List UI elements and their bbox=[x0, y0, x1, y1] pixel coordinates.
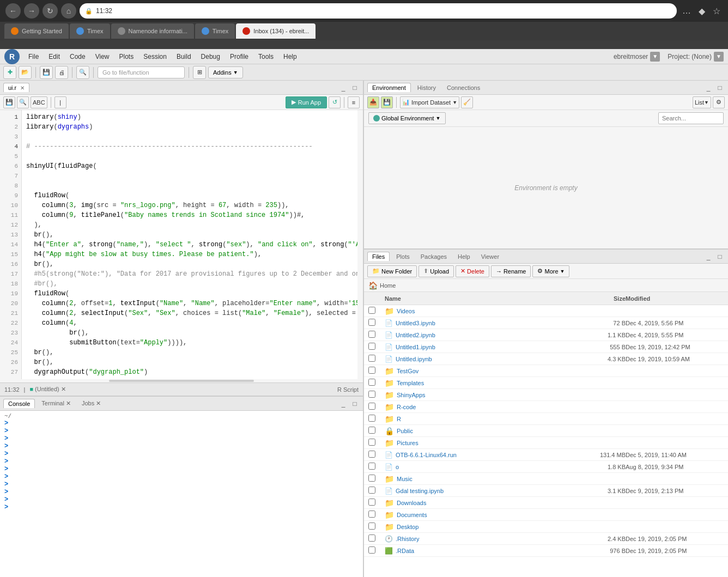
row-checkbox[interactable] bbox=[368, 511, 385, 519]
row-checkbox[interactable] bbox=[368, 487, 385, 495]
find-btn[interactable]: 🔍 bbox=[76, 66, 89, 79]
maximize-editor-btn[interactable]: □ bbox=[350, 83, 360, 93]
row-checkbox[interactable] bbox=[368, 499, 385, 507]
row-checkbox[interactable] bbox=[368, 546, 385, 555]
file-name-link[interactable]: Templates bbox=[397, 380, 424, 386]
row-checkbox[interactable] bbox=[368, 463, 385, 471]
env-tab-history[interactable]: History bbox=[413, 83, 440, 92]
file-name-link[interactable]: Untitled1.ipynb bbox=[396, 344, 435, 350]
files-tab-help[interactable]: Help bbox=[453, 252, 475, 261]
file-name-link[interactable]: R bbox=[397, 416, 401, 422]
save-source-btn[interactable]: 💾 bbox=[3, 96, 15, 108]
save-workspace-btn[interactable]: 💾 bbox=[381, 96, 393, 108]
console-tab-terminal[interactable]: Terminal ✕ bbox=[37, 399, 75, 408]
bookmark-button[interactable]: ☆ bbox=[711, 4, 723, 19]
maximize-console-btn[interactable]: □ bbox=[350, 399, 360, 409]
modified-col-header[interactable]: Modified bbox=[626, 295, 724, 302]
file-name-link[interactable]: Downloads bbox=[397, 500, 426, 506]
search-btn[interactable]: 🔍 bbox=[17, 96, 29, 108]
row-checkbox[interactable] bbox=[368, 367, 385, 375]
row-checkbox[interactable] bbox=[368, 439, 385, 447]
save-btn[interactable]: 💾 bbox=[40, 66, 53, 79]
env-tab-environment[interactable]: Environment bbox=[367, 83, 411, 92]
new-folder-btn[interactable]: 📁 New Folder bbox=[367, 265, 417, 277]
editor-tab-close[interactable]: ✕ bbox=[20, 85, 25, 91]
cursor-btn[interactable]: | bbox=[54, 96, 66, 108]
file-name-link[interactable]: Public bbox=[397, 428, 413, 434]
row-checkbox[interactable] bbox=[368, 451, 385, 459]
row-checkbox[interactable] bbox=[368, 535, 385, 543]
menu-edit[interactable]: Edit bbox=[44, 51, 64, 62]
new-file-btn[interactable]: ✚ bbox=[3, 66, 16, 79]
open-file-btn[interactable]: 📂 bbox=[19, 66, 32, 79]
row-checkbox[interactable] bbox=[368, 331, 385, 339]
row-checkbox[interactable] bbox=[368, 427, 385, 435]
console-tab-jobs[interactable]: Jobs ✕ bbox=[77, 399, 105, 408]
size-col-header[interactable]: Size bbox=[582, 295, 626, 302]
home-icon[interactable]: 🏠 bbox=[368, 281, 378, 290]
row-checkbox[interactable] bbox=[368, 319, 385, 327]
file-name-link[interactable]: Pictures bbox=[397, 440, 418, 446]
row-checkbox[interactable] bbox=[368, 355, 385, 363]
file-name-link[interactable]: Desktop bbox=[397, 524, 418, 530]
menu-help[interactable]: Help bbox=[279, 51, 301, 62]
env-options-btn[interactable]: ⚙ bbox=[713, 96, 725, 108]
file-name-link[interactable]: Music bbox=[397, 476, 412, 482]
delete-btn[interactable]: ✕ Delete bbox=[456, 265, 489, 277]
list-view-btn[interactable]: List ▼ bbox=[693, 96, 711, 108]
run-app-btn[interactable]: ▶ Run App bbox=[286, 96, 327, 108]
files-tab-packages[interactable]: Packages bbox=[416, 252, 451, 261]
user-dropdown[interactable]: ▼ bbox=[650, 52, 660, 62]
forward-button[interactable]: → bbox=[24, 3, 39, 19]
menu-view[interactable]: View bbox=[91, 51, 114, 62]
tab-getting-started[interactable]: Getting Started bbox=[4, 23, 69, 39]
row-checkbox[interactable] bbox=[368, 307, 385, 315]
env-search-input[interactable] bbox=[658, 112, 724, 124]
row-checkbox[interactable] bbox=[368, 403, 385, 411]
menu-code[interactable]: Code bbox=[65, 51, 90, 62]
project-dropdown[interactable]: ▼ bbox=[714, 52, 724, 62]
minimize-editor-btn[interactable]: _ bbox=[338, 83, 348, 93]
clear-console-btn[interactable]: 🧹 bbox=[461, 96, 473, 108]
row-checkbox[interactable] bbox=[368, 475, 385, 483]
print-btn[interactable]: 🖨 bbox=[55, 66, 68, 79]
more-btn[interactable]: ⚙ More ▼ bbox=[532, 265, 569, 277]
import-dataset-btn[interactable]: 📊 Import Dataset ▼ bbox=[400, 96, 459, 108]
file-name-link[interactable]: Untitled2.ipynb bbox=[396, 332, 435, 338]
row-checkbox[interactable] bbox=[368, 415, 385, 423]
reload-button[interactable]: ↻ bbox=[43, 3, 58, 19]
row-checkbox[interactable] bbox=[368, 523, 385, 531]
home-button[interactable]: ⌂ bbox=[61, 3, 76, 19]
refresh-btn[interactable]: ↺ bbox=[329, 96, 341, 108]
file-name-link[interactable]: Documents bbox=[397, 512, 427, 518]
file-name-link[interactable]: OTB-6.6.1-Linux64.run bbox=[396, 452, 457, 458]
menu-build[interactable]: Build bbox=[172, 51, 196, 62]
menu-file[interactable]: File bbox=[24, 51, 43, 62]
url-bar[interactable]: 🔒 11:32 bbox=[80, 3, 677, 19]
menu-debug[interactable]: Debug bbox=[197, 51, 225, 62]
load-workspace-btn[interactable]: 📥 bbox=[367, 96, 379, 108]
maximize-env-btn[interactable]: □ bbox=[715, 83, 725, 93]
menu-plots[interactable]: Plots bbox=[115, 51, 138, 62]
file-name-link[interactable]: o bbox=[396, 464, 399, 470]
files-tab-viewer[interactable]: Viewer bbox=[477, 252, 503, 261]
file-name-link[interactable]: R-code bbox=[397, 404, 416, 410]
file-name-link[interactable]: Gdal testing.ipynb bbox=[396, 488, 444, 494]
console-tab-console[interactable]: Console bbox=[3, 399, 35, 408]
file-name-link[interactable]: .Rhistory bbox=[396, 536, 419, 542]
menu-tools[interactable]: Tools bbox=[254, 51, 278, 62]
minimize-files-btn[interactable]: _ bbox=[703, 252, 713, 262]
name-col-header[interactable]: Name bbox=[385, 295, 582, 302]
menu-session[interactable]: Session bbox=[139, 51, 171, 62]
maximize-files-btn[interactable]: □ bbox=[715, 252, 725, 262]
files-tab-files[interactable]: Files bbox=[367, 252, 390, 261]
tab-inbox[interactable]: Inbox (134) - ebreit... bbox=[236, 23, 316, 39]
file-name-link[interactable]: Videos bbox=[397, 308, 415, 314]
files-tab-plots[interactable]: Plots bbox=[392, 252, 414, 261]
env-tab-connections[interactable]: Connections bbox=[442, 83, 484, 92]
row-checkbox[interactable] bbox=[368, 343, 385, 351]
minimize-env-btn[interactable]: _ bbox=[703, 83, 713, 93]
file-name-link[interactable]: TestGov bbox=[397, 368, 418, 374]
tab-timex-1[interactable]: Timex bbox=[70, 23, 110, 39]
back-button[interactable]: ← bbox=[5, 3, 21, 19]
